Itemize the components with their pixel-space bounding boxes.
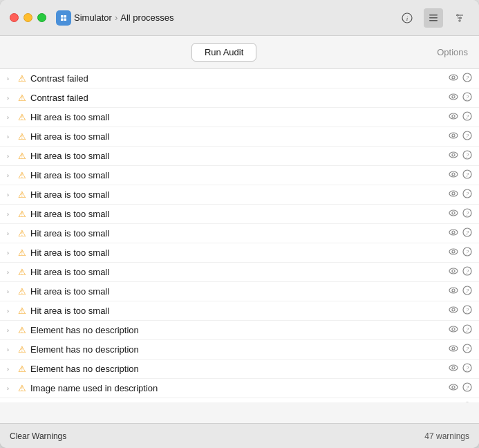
svg-point-64 xyxy=(449,307,458,312)
list-item[interactable]: › ⚠ Hit area is too small ? xyxy=(0,205,479,224)
item-label: Image name used in description xyxy=(30,383,444,393)
eye-icon[interactable] xyxy=(449,227,458,239)
eye-icon[interactable] xyxy=(449,131,458,142)
eye-icon[interactable] xyxy=(449,169,458,181)
item-label: Hit area is too small xyxy=(30,189,444,200)
warning-icon: ⚠ xyxy=(18,306,26,316)
list-item[interactable]: › ⚠ Image name used in description ? xyxy=(0,379,479,398)
help-icon[interactable]: ? xyxy=(462,189,472,200)
svg-rect-8 xyxy=(429,17,438,19)
svg-point-16 xyxy=(449,75,458,80)
clear-warnings-button[interactable]: Clear Warnings xyxy=(10,431,66,441)
svg-point-52 xyxy=(449,249,458,254)
help-icon[interactable]: ? xyxy=(462,324,472,336)
help-icon[interactable]: ? xyxy=(462,111,472,123)
help-icon[interactable]: ? xyxy=(462,286,472,297)
filter-button[interactable] xyxy=(450,8,469,28)
svg-point-49 xyxy=(452,231,455,234)
warning-icon: ⚠ xyxy=(18,131,26,142)
warnings-count: 47 warnings xyxy=(424,431,469,441)
svg-point-65 xyxy=(452,308,455,311)
warning-icon: ⚠ xyxy=(18,228,26,239)
list-item[interactable]: › ⚠ Element has no description ? xyxy=(0,321,479,340)
help-icon[interactable]: ? xyxy=(462,363,472,375)
help-icon[interactable]: ? xyxy=(462,73,472,84)
list-view-button[interactable] xyxy=(424,8,443,28)
help-icon[interactable]: ? xyxy=(462,247,472,259)
help-icon[interactable]: ? xyxy=(462,344,472,355)
eye-icon[interactable] xyxy=(449,92,458,104)
audit-results-list[interactable]: › ⚠ Contrast failed ? › ⚠ Contrast faile… xyxy=(0,69,479,402)
svg-rect-1 xyxy=(61,15,64,18)
item-label: Element has no description xyxy=(30,364,444,374)
item-actions: ? xyxy=(449,247,472,259)
item-label: Hit area is too small xyxy=(30,286,444,297)
expand-arrow: › xyxy=(7,114,14,121)
list-item[interactable]: › ⚠ Hit area is too small ? xyxy=(0,301,479,321)
help-icon[interactable]: ? xyxy=(462,266,472,278)
svg-point-36 xyxy=(449,171,458,177)
help-icon[interactable]: ? xyxy=(462,169,472,181)
list-item[interactable]: › ⚠ Hit area is too small ? xyxy=(0,127,479,147)
eye-icon[interactable] xyxy=(449,382,458,394)
run-audit-button[interactable]: Run Audit xyxy=(191,43,256,62)
item-actions: ? xyxy=(449,227,472,239)
list-item[interactable]: › ⚠ Hit area is too small ? xyxy=(0,282,479,301)
help-icon[interactable]: ? xyxy=(462,305,472,317)
minimize-button[interactable] xyxy=(24,13,32,22)
list-item[interactable]: › ⚠ Hit area is too small ? xyxy=(0,147,479,166)
close-button[interactable] xyxy=(10,13,19,22)
list-bottom-spacer xyxy=(0,402,479,423)
item-label: Hit area is too small xyxy=(30,209,444,219)
eye-icon[interactable] xyxy=(449,305,458,317)
list-item[interactable]: › ⚠ Hit area is too small ? xyxy=(0,185,479,205)
svg-text:?: ? xyxy=(466,366,469,372)
expand-arrow: › xyxy=(7,172,14,179)
svg-text:?: ? xyxy=(466,114,469,120)
eye-icon[interactable] xyxy=(449,247,458,259)
item-actions: ? xyxy=(449,286,472,297)
traffic-lights xyxy=(10,13,46,22)
help-icon[interactable]: ? xyxy=(462,208,472,220)
help-icon[interactable]: ? xyxy=(462,227,472,239)
eye-icon[interactable] xyxy=(449,208,458,220)
eye-icon[interactable] xyxy=(449,363,458,375)
help-icon[interactable]: ? xyxy=(462,150,472,162)
list-item[interactable]: › ⚠ Element has no description ? xyxy=(0,360,479,379)
list-item[interactable]: › ⚠ Contrast failed ? xyxy=(0,69,479,88)
eye-icon[interactable] xyxy=(449,189,458,200)
breadcrumb-separator: › xyxy=(115,12,118,23)
eye-icon[interactable] xyxy=(449,111,458,123)
item-label: Hit area is too small xyxy=(30,228,444,239)
list-item[interactable]: › ⚠ Hit area is too small ? xyxy=(0,224,479,243)
item-label: Hit area is too small xyxy=(30,151,444,161)
eye-icon[interactable] xyxy=(449,344,458,355)
svg-point-24 xyxy=(449,113,458,119)
svg-text:?: ? xyxy=(466,308,469,314)
list-item[interactable]: › ⚠ Element has no description ? xyxy=(0,340,479,360)
list-item[interactable]: › ⚠ Contrast failed ? xyxy=(0,88,479,108)
help-icon[interactable]: ? xyxy=(462,92,472,104)
expand-arrow: › xyxy=(7,211,14,218)
eye-icon[interactable] xyxy=(449,150,458,162)
item-actions: ? xyxy=(449,73,472,84)
info-button[interactable]: i xyxy=(397,8,417,28)
svg-rect-4 xyxy=(64,18,67,21)
expand-arrow: › xyxy=(7,153,14,160)
eye-icon[interactable] xyxy=(449,286,458,297)
item-label: Hit area is too small xyxy=(30,131,444,142)
help-icon[interactable]: ? xyxy=(462,131,472,142)
eye-icon[interactable] xyxy=(449,73,458,84)
list-item[interactable]: › ⚠ Hit area is too small ? xyxy=(0,166,479,185)
warning-icon: ⚠ xyxy=(18,151,26,161)
maximize-button[interactable] xyxy=(37,13,46,22)
svg-rect-3 xyxy=(61,18,64,21)
eye-icon[interactable] xyxy=(449,266,458,278)
help-icon[interactable]: ? xyxy=(462,382,472,394)
list-item[interactable]: › ⚠ Hit area is too small ? xyxy=(0,263,479,282)
item-actions: ? xyxy=(449,305,472,317)
eye-icon[interactable] xyxy=(449,324,458,336)
list-item[interactable]: › ⚠ Hit area is too small ? xyxy=(0,243,479,263)
list-item[interactable]: › ⚠ Hit area is too small ? xyxy=(0,108,479,127)
expand-arrow: › xyxy=(7,192,14,198)
